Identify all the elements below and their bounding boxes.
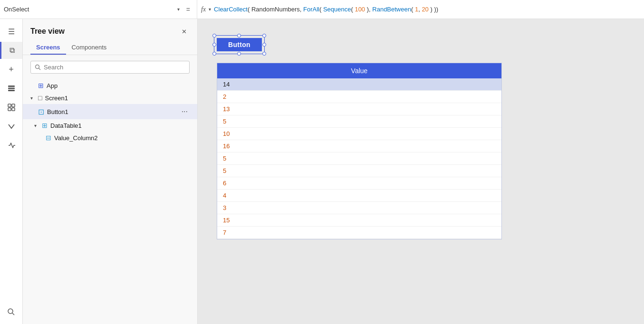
table-row: 7 (217, 227, 501, 239)
tools-icon[interactable] (3, 118, 20, 135)
svg-rect-2 (8, 90, 15, 91)
property-selector-area: OnSelect ▾ = (0, 0, 197, 19)
variable-icon[interactable] (3, 137, 20, 154)
handle-tc[interactable] (237, 34, 241, 38)
button1-label: Button1 (47, 108, 68, 115)
table-row: 14 (217, 78, 501, 91)
datatable1-icon: ⊞ (42, 122, 48, 129)
top-bar: OnSelect ▾ = fx ▾ ClearCollect( RandomNu… (0, 0, 644, 19)
svg-point-7 (8, 309, 13, 314)
table-header: Value (217, 63, 501, 78)
value-column-icon: ⊟ (46, 134, 51, 142)
table-row: 5 (217, 115, 501, 128)
table-row: 15 (217, 214, 501, 227)
svg-point-9 (36, 65, 39, 69)
table-row: 5 (217, 165, 501, 177)
handle-mr[interactable] (262, 43, 266, 47)
tree-item-value-column[interactable]: ⊟ Value_Column2 (23, 132, 197, 144)
equals-sign: = (183, 6, 193, 13)
formula-chevron-icon: ▾ (209, 7, 211, 12)
datatable1-label: DataTable1 (50, 122, 82, 129)
screen1-label: Screen1 (45, 95, 67, 102)
tree-item-screen1[interactable]: ▾ □ Screen1 (23, 92, 197, 104)
menu-icon[interactable]: ☰ (3, 23, 20, 40)
search-icon (35, 64, 41, 70)
icon-rail: ☰ ⧉ + (0, 19, 23, 324)
svg-rect-6 (12, 108, 15, 111)
close-button[interactable]: ✕ (178, 26, 190, 37)
data-icon[interactable] (3, 80, 20, 97)
search-input[interactable] (44, 64, 185, 71)
canvas-area: Button Value 142135101655643157 (198, 19, 644, 324)
main-layout: ☰ ⧉ + Tree view ✕ Screens Components (0, 19, 644, 324)
tree-panel: Tree view ✕ Screens Components ⊞ App ▾ □… (23, 19, 198, 324)
table-row: 10 (217, 128, 501, 140)
svg-rect-1 (8, 88, 15, 89)
button1-icon: ⊡ (38, 107, 44, 116)
dropdown-arrow-icon: ▾ (177, 7, 180, 12)
tab-components[interactable]: Components (66, 41, 113, 55)
handle-tr[interactable] (262, 34, 266, 38)
svg-line-8 (12, 313, 14, 315)
component-icon[interactable] (3, 99, 20, 116)
svg-rect-4 (12, 104, 15, 107)
app-icon: ⊞ (38, 82, 44, 89)
screen1-icon: □ (38, 94, 42, 102)
handle-tl[interactable] (212, 34, 216, 38)
add-icon[interactable]: + (3, 61, 20, 78)
search-box (30, 61, 190, 74)
svg-rect-0 (8, 86, 15, 87)
tree-item-button1[interactable]: ⊡ Button1 ··· (23, 104, 197, 119)
tree-tabs: Screens Components (23, 41, 197, 55)
chevron-app (30, 83, 36, 88)
property-dropdown[interactable]: OnSelect (4, 6, 173, 13)
svg-rect-5 (8, 108, 11, 111)
chevron-datatable1: ▾ (34, 123, 40, 128)
more-options-button[interactable]: ··· (180, 106, 190, 117)
table-rows-container: 142135101655643157 (217, 78, 501, 239)
tree-header: Tree view ✕ (23, 19, 197, 41)
value-column-label: Value_Column2 (54, 134, 98, 142)
canvas-button-wrapper: Button (217, 38, 262, 51)
table-row: 13 (217, 103, 501, 115)
table-row: 3 (217, 202, 501, 214)
formula-bar[interactable]: fx ▾ ClearCollect( RandomNumbers, ForAll… (197, 6, 644, 13)
chevron-screen1: ▾ (30, 95, 36, 101)
tree-item-app[interactable]: ⊞ App (23, 79, 197, 92)
table-row: 6 (217, 177, 501, 190)
handle-br[interactable] (262, 52, 266, 56)
canvas-data-table: Value 142135101655643157 (217, 63, 502, 239)
table-row: 16 (217, 140, 501, 152)
fx-icon: fx (201, 6, 206, 13)
table-row: 4 (217, 190, 501, 202)
search-rail-icon[interactable] (3, 303, 20, 320)
app-label: App (47, 82, 58, 89)
tree-title: Tree view (30, 27, 65, 36)
canvas-button[interactable]: Button (217, 38, 262, 51)
svg-line-10 (39, 68, 41, 70)
handle-bl[interactable] (212, 52, 216, 56)
handle-ml[interactable] (212, 43, 216, 47)
table-row: 5 (217, 152, 501, 165)
handle-bc[interactable] (237, 52, 241, 56)
tree-item-datatable1[interactable]: ▾ ⊞ DataTable1 (23, 119, 197, 132)
layers-icon[interactable]: ⧉ (0, 42, 22, 59)
svg-rect-3 (8, 104, 11, 107)
table-row: 2 (217, 91, 501, 103)
formula-text: ClearCollect( RandomNumbers, ForAll( Seq… (214, 6, 438, 13)
tree-items: ⊞ App ▾ □ Screen1 ⊡ Button1 ··· ▾ ⊞ Data… (23, 77, 197, 146)
tab-screens[interactable]: Screens (30, 41, 66, 55)
